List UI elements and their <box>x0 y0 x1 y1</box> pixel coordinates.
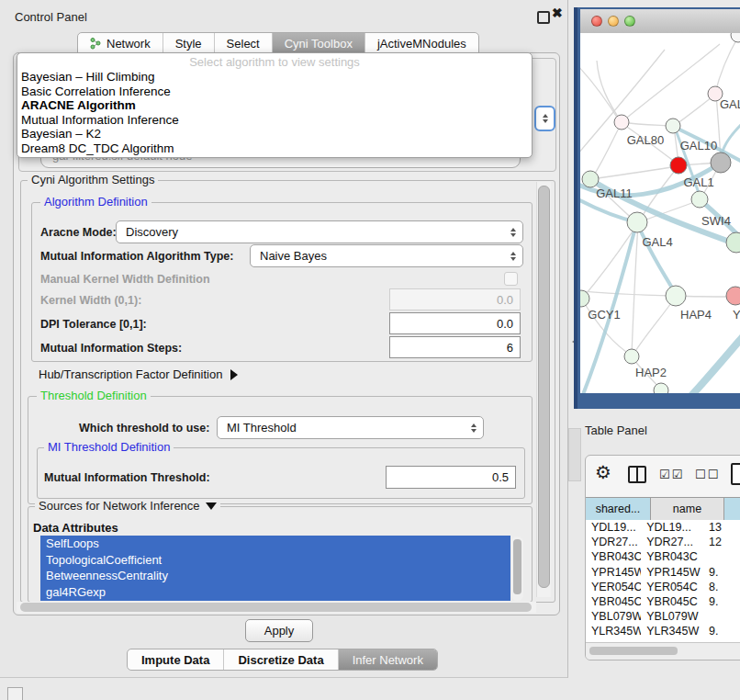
table-row[interactable]: YPR145WYPR145W9. <box>586 565 740 580</box>
bottom-tab-discretize-data[interactable]: Discretize Data <box>223 649 337 670</box>
kernel-width-field[interactable]: 0.0 <box>389 288 521 310</box>
network-node[interactable] <box>666 119 680 133</box>
settings-horizontal-scrollbar-thumb[interactable] <box>20 603 532 612</box>
network-node[interactable] <box>666 286 686 306</box>
table-row[interactable]: YBR043CYBR043C <box>586 549 740 564</box>
table-horizontal-scrollbar[interactable] <box>586 642 740 660</box>
clear-all-checkboxes-icon[interactable]: ☐☐ <box>695 468 720 481</box>
tab-style[interactable]: Style <box>163 33 214 54</box>
close-icon[interactable]: ✖ <box>552 6 563 20</box>
apply-button[interactable]: Apply <box>245 619 313 642</box>
attributes-scrollbar[interactable] <box>511 536 523 601</box>
algorithm-combo-stepper[interactable] <box>534 106 555 131</box>
data-attributes-list[interactable]: SelfLoopsTopologicalCoefficientBetweenne… <box>40 536 510 601</box>
settings-vertical-scrollbar-thumb[interactable] <box>538 186 550 588</box>
bottom-tab-infer-network[interactable]: Infer Network <box>338 649 437 670</box>
network-edge[interactable] <box>674 95 715 126</box>
tab-network[interactable]: Network <box>78 33 163 54</box>
sources-expander[interactable]: Sources for Network Inference <box>35 500 220 513</box>
mi-algorithm-type-label: Mutual Information Algorithm Type: <box>40 250 233 263</box>
network-edge[interactable] <box>580 290 676 296</box>
tab-select[interactable]: Select <box>214 33 272 54</box>
tab-cyni-toolbox[interactable]: Cyni Toolbox <box>272 33 364 54</box>
dpi-tolerance-label: DPI Tolerance [0,1]: <box>40 318 147 331</box>
table-row[interactable]: YER054CYER054C8. <box>586 580 740 594</box>
table-row[interactable]: YBL079WYBL079W <box>586 609 740 624</box>
attribute-item[interactable]: SelfLoops <box>40 536 510 552</box>
table-row[interactable]: YDR27...YDR27...12 <box>586 535 740 549</box>
table-horizontal-scrollbar-thumb[interactable] <box>589 647 678 655</box>
algorithm-option[interactable]: Bayesian – K2 <box>17 127 532 141</box>
network-node-label: Y <box>733 308 740 322</box>
network-edge[interactable] <box>582 223 638 299</box>
mi-threshold-field[interactable]: 0.5 <box>386 466 516 489</box>
algorithm-option[interactable]: Mutual Information Inference <box>17 113 532 128</box>
mi-steps-field[interactable]: 6 <box>389 336 521 358</box>
tab-label: Select <box>227 37 260 51</box>
attribute-item[interactable]: TopologicalCoefficient <box>40 552 510 569</box>
network-edge[interactable] <box>591 166 678 179</box>
network-view-window: GALGAL80GAL10GAL1GAL11SWI4GAL4GCY1HAP4YH… <box>574 7 740 409</box>
tab-jactivemnodules[interactable]: jActiveMNodules <box>364 33 478 54</box>
select-all-checkboxes-icon[interactable]: ☑☑ <box>659 468 684 481</box>
mi-threshold-value: 0.5 <box>492 470 509 484</box>
document-icon[interactable] <box>731 463 740 485</box>
collapsed-panel-icon[interactable] <box>7 687 23 700</box>
which-threshold-combo[interactable]: MI Threshold <box>217 416 484 439</box>
panel-splitter-handle[interactable] <box>568 428 581 481</box>
network-node[interactable] <box>627 212 647 232</box>
mi-threshold-label: Mutual Information Threshold: <box>44 471 210 484</box>
manual-kernel-width-checkbox[interactable] <box>504 272 518 286</box>
column-header-name[interactable]: name <box>651 498 724 520</box>
attribute-item[interactable]: BetweennessCentrality <box>40 568 510 584</box>
zoom-traffic-light-icon[interactable] <box>624 16 635 27</box>
table-cell: YPR145W <box>641 565 703 580</box>
table-row[interactable]: YBR045CYBR045C9. <box>586 594 740 609</box>
columns-icon[interactable] <box>628 466 646 483</box>
stepper-arrows-icon <box>543 114 548 123</box>
hub-definition-label: Hub/Transcription Factor Definition <box>39 367 222 381</box>
algorithm-option[interactable]: Bayesian – Hill Climbing <box>17 70 532 85</box>
network-edge-highlighted[interactable] <box>689 327 740 393</box>
close-traffic-light-icon[interactable] <box>591 16 602 27</box>
network-node[interactable] <box>731 33 740 42</box>
network-node[interactable] <box>654 383 668 393</box>
float-window-button[interactable] <box>537 11 550 24</box>
table-row[interactable]: YLR345WYLR345W9. <box>586 624 740 638</box>
algorithm-option[interactable]: Basic Correlation Inference <box>17 85 532 99</box>
attributes-scrollbar-thumb[interactable] <box>513 539 521 594</box>
algorithm-option[interactable]: ARACNE Algorithm <box>17 98 532 113</box>
network-node[interactable] <box>726 232 740 253</box>
network-edge[interactable] <box>597 61 622 122</box>
algorithm-option[interactable]: Dream8 DC_TDC Algorithm <box>17 141 532 156</box>
table-cell: 8. <box>703 580 740 594</box>
minimize-traffic-light-icon[interactable] <box>608 16 619 27</box>
mi-algorithm-type-combo[interactable]: Naive Bayes <box>250 244 523 267</box>
bottom-tab-impute-data[interactable]: Impute Data <box>128 649 223 670</box>
network-node[interactable] <box>624 349 639 364</box>
network-node[interactable] <box>580 290 589 307</box>
network-edge[interactable] <box>633 297 676 356</box>
table-row[interactable]: YDL19...YDL19...13 <box>586 520 740 535</box>
network-node[interactable] <box>670 157 687 174</box>
network-node[interactable] <box>711 152 731 173</box>
network-node[interactable] <box>726 287 740 305</box>
attribute-item[interactable]: gal4RGexp <box>40 584 510 601</box>
column-header-more[interactable] <box>724 498 740 520</box>
network-node[interactable] <box>582 171 599 187</box>
tab-label: jActiveMNodules <box>377 37 466 51</box>
network-edge-highlighted[interactable] <box>637 223 676 295</box>
network-node[interactable] <box>614 115 629 130</box>
aracne-mode-combo[interactable]: Discovery <box>116 220 523 243</box>
network-node[interactable] <box>691 191 708 208</box>
gear-icon[interactable]: ⚙ <box>595 461 611 483</box>
dpi-tolerance-field[interactable]: 0.0 <box>389 312 521 334</box>
network-window-titlebar[interactable] <box>580 9 740 34</box>
network-edge[interactable] <box>580 61 621 123</box>
network-canvas[interactable]: GALGAL80GAL10GAL1GAL11SWI4GAL4GCY1HAP4YH… <box>580 33 740 393</box>
column-header-shared[interactable]: shared... <box>586 498 651 520</box>
table-cell: YDL19... <box>586 520 641 535</box>
control-panel-window: Control Panel ✖ NetworkStyleSelectCyni T… <box>0 0 568 678</box>
hub-definition-expander[interactable]: Hub/Transcription Factor Definition <box>39 367 238 381</box>
aracne-mode-value: Discovery <box>126 225 178 239</box>
